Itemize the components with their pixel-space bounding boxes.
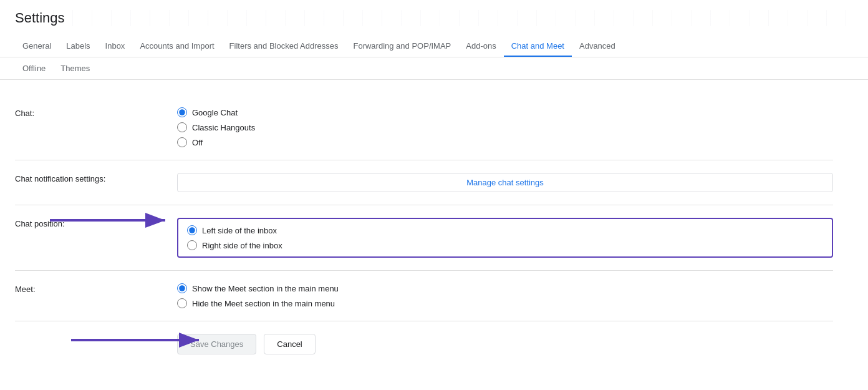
tab-inbox[interactable]: Inbox (98, 36, 133, 57)
settings-content: Chat: Google Chat Classic Hangouts Off C… (0, 80, 848, 382)
tab-accounts[interactable]: Accounts and Import (132, 36, 221, 57)
action-row: Save Changes Cancel (15, 321, 833, 367)
chat-options: Google Chat Classic Hangouts Off (177, 107, 833, 147)
cancel-button[interactable]: Cancel (264, 334, 315, 354)
chat-option-hangouts[interactable]: Classic Hangouts (177, 122, 833, 132)
meet-option-show[interactable]: Show the Meet section in the main menu (177, 283, 833, 293)
tab-themes[interactable]: Themes (53, 59, 97, 80)
meet-radio-hide[interactable] (177, 298, 187, 308)
meet-option-hide[interactable]: Hide the Meet section in the main menu (177, 298, 833, 308)
meet-radio-show[interactable] (177, 283, 187, 293)
manage-chat-settings-button[interactable]: Manage chat settings (177, 173, 833, 192)
chat-position-left[interactable]: Left side of the inbox (187, 225, 823, 235)
meet-options: Show the Meet section in the main menu H… (177, 283, 833, 308)
chat-radio-hangouts[interactable] (177, 122, 187, 132)
chat-notification-controls: Manage chat settings (177, 173, 833, 192)
chat-position-label: Chat position: (15, 218, 177, 228)
tab-advanced[interactable]: Advanced (572, 36, 623, 57)
chat-radio-google[interactable] (177, 107, 187, 117)
chat-position-radio-left[interactable] (187, 225, 197, 235)
tab-addons[interactable]: Add-ons (458, 36, 503, 57)
chat-option-google[interactable]: Google Chat (177, 107, 833, 117)
tab-forwarding[interactable]: Forwarding and POP/IMAP (345, 36, 458, 57)
tabs-row-1: General Labels Inbox Accounts and Import… (15, 36, 853, 57)
tab-labels[interactable]: Labels (59, 36, 97, 57)
tab-chat-and-meet[interactable]: Chat and Meet (504, 36, 572, 57)
chat-radio-off[interactable] (177, 137, 187, 147)
meet-label: Meet: (15, 283, 177, 294)
settings-header: Settings General Labels Inbox Accounts a… (0, 0, 868, 57)
chat-notification-label: Chat notification settings: (15, 173, 177, 183)
tab-filters[interactable]: Filters and Blocked Addresses (222, 36, 346, 57)
tab-general[interactable]: General (15, 36, 59, 57)
chat-label: Chat: (15, 107, 177, 118)
chat-position-box: Left side of the inbox Right side of the… (177, 218, 833, 258)
chat-setting-row: Chat: Google Chat Classic Hangouts Off (15, 95, 833, 160)
page-title: Settings (15, 10, 853, 26)
chat-position-radio-right[interactable] (187, 240, 197, 250)
chat-position-right[interactable]: Right side of the inbox (187, 240, 823, 250)
save-changes-button[interactable]: Save Changes (177, 334, 256, 354)
chat-option-off[interactable]: Off (177, 137, 833, 147)
chat-position-controls: Left side of the inbox Right side of the… (177, 218, 833, 258)
chat-notification-row: Chat notification settings: Manage chat … (15, 160, 833, 205)
tabs-row-2: Offline Themes (0, 57, 868, 80)
chat-position-row: Chat position: Left side of the inbox Ri… (15, 205, 833, 271)
tab-offline[interactable]: Offline (15, 59, 53, 80)
meet-setting-row: Meet: Show the Meet section in the main … (15, 271, 833, 321)
